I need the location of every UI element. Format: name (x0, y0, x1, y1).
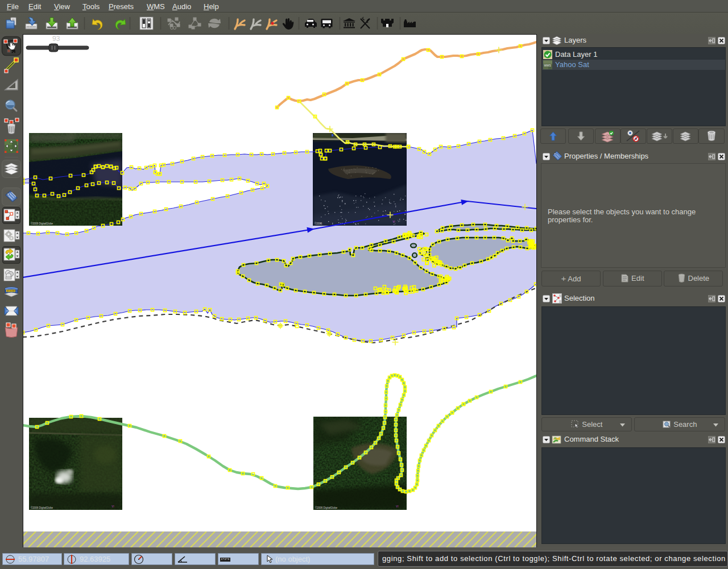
svg-text:Y!: Y! (396, 505, 399, 508)
svg-text:©2006 DigitalGlobe: ©2006 DigitalGlobe (31, 222, 53, 225)
svg-text:Y!: Y! (111, 505, 114, 508)
svg-text:©2006 DigitalGlobe: ©2006 DigitalGlobe (31, 506, 53, 509)
svg-text:93: 93 (52, 35, 60, 43)
svg-text:Y!: Y! (392, 220, 395, 223)
svg-text:©2006 DigitalGlobe: ©2006 DigitalGlobe (315, 506, 338, 509)
svg-text:©2006: ©2006 (315, 222, 322, 225)
svg-text:WMS: WMS (544, 64, 552, 67)
svg-text:MYSTERY: MYSTERY (7, 290, 17, 292)
